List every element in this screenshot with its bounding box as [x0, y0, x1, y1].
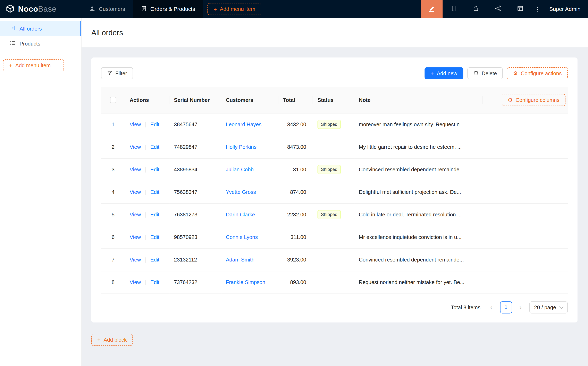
row-index: 2 [101, 136, 125, 158]
sidebar-item-products[interactable]: Products [0, 36, 81, 51]
next-page-button[interactable]: › [516, 301, 526, 313]
prev-page-button[interactable]: ‹ [486, 301, 496, 313]
customer-link[interactable]: Frankie Simpson [226, 279, 265, 285]
nav-item-label: Orders & Products [150, 6, 195, 12]
plus-icon: + [430, 70, 434, 76]
filter-icon [107, 70, 113, 76]
sidebar-item-label: All orders [19, 26, 42, 31]
customer-link[interactable]: Julian Cobb [226, 166, 254, 172]
top-navbar: NocoBase Customers [0, 0, 588, 18]
trash-icon [474, 70, 479, 76]
nocobase-logo-icon [5, 3, 15, 14]
add-menu-item-button-sidebar[interactable]: + Add menu item [3, 60, 64, 71]
edit-link[interactable]: Edit [150, 121, 159, 127]
page-1-button[interactable]: 1 [500, 301, 512, 313]
column-header-note: Note [354, 87, 483, 113]
serial-number: 76381273 [169, 203, 221, 226]
orders-icon [141, 6, 147, 13]
total-value: 2232.00 [279, 203, 313, 226]
edit-link[interactable]: Edit [150, 144, 159, 150]
layout-icon [517, 5, 523, 13]
link-divider [145, 280, 146, 285]
column-header-total: Total [279, 87, 313, 113]
page-size-select[interactable]: 20 / page [529, 301, 568, 313]
nav-item-customers[interactable]: Customers [82, 0, 133, 18]
sidebar-item-all-orders[interactable]: All orders [0, 21, 81, 36]
pagination: Total 8 items ‹ 1 › 20 / page [101, 301, 568, 313]
edit-link[interactable]: Edit [150, 189, 159, 195]
ui-editor-button[interactable] [421, 0, 443, 18]
view-link[interactable]: View [130, 121, 141, 127]
lock-icon [473, 5, 479, 13]
note-text: Request norland neither mistake for yet.… [354, 271, 483, 293]
list-icon [10, 40, 15, 47]
tablet-icon-button[interactable] [443, 0, 465, 18]
lock-icon-button[interactable] [465, 0, 487, 18]
layout-icon-button[interactable] [509, 0, 531, 18]
note-text: Cold in late or deal. Terminated resolut… [354, 203, 483, 226]
user-menu[interactable]: Super Admin [544, 6, 588, 12]
link-divider [145, 122, 146, 128]
add-block-button[interactable]: + Add block [91, 334, 133, 346]
serial-number: 73764232 [169, 271, 221, 293]
customer-link[interactable]: Connie Lyons [226, 234, 258, 240]
edit-link[interactable]: Edit [150, 234, 159, 240]
view-link[interactable]: View [130, 279, 141, 285]
nocobase-logo[interactable]: NocoBase [0, 0, 82, 18]
customer-link[interactable]: Leonard Hayes [226, 121, 261, 127]
link-divider [145, 190, 146, 195]
select-all-checkbox[interactable] [110, 97, 116, 103]
table-row: 5 ViewEdit 76381273 Darin Clarke 2232.00… [101, 203, 568, 226]
filter-button[interactable]: Filter [101, 67, 133, 79]
link-divider [145, 145, 146, 150]
logo-text: NocoBase [18, 5, 56, 14]
customer-link[interactable]: Yvette Gross [226, 189, 256, 195]
edit-link[interactable]: Edit [150, 257, 159, 262]
edit-link[interactable]: Edit [150, 279, 159, 285]
customer-link[interactable]: Darin Clarke [226, 212, 255, 217]
pagination-total: Total 8 items [451, 304, 480, 310]
note-text: moreover man feelings own shy. Request n… [354, 113, 483, 136]
page-title: All orders [91, 28, 123, 37]
configure-columns-button[interactable]: ⚙ Configure columns [502, 94, 565, 106]
orders-table-block: Filter + Add new [91, 58, 578, 322]
view-link[interactable]: View [130, 166, 141, 172]
add-menu-item-button-navbar[interactable]: + Add menu item [208, 3, 261, 15]
view-link[interactable]: View [130, 189, 141, 195]
gear-icon: ⚙ [508, 97, 513, 103]
link-divider [145, 167, 146, 173]
note-text: Convinced resembled dependent remainde..… [354, 248, 483, 271]
table-row: 7 ViewEdit 23132112 Adam Smith 3923.00 C… [101, 248, 568, 271]
status-tag: Shipped [317, 210, 341, 219]
gear-icon: ⚙ [513, 71, 518, 76]
row-index: 4 [101, 181, 125, 203]
note-text: My little garret repair to desire he est… [354, 136, 483, 158]
serial-number: 75638347 [169, 181, 221, 203]
edit-link[interactable]: Edit [150, 166, 159, 172]
chevron-down-icon [559, 304, 563, 309]
column-header-serial: Serial Number [169, 87, 221, 113]
total-value: 8473.00 [279, 136, 313, 158]
view-link[interactable]: View [130, 234, 141, 240]
total-value: 874.00 [279, 181, 313, 203]
link-divider [145, 212, 146, 218]
view-link[interactable]: View [130, 257, 141, 262]
view-link[interactable]: View [130, 144, 141, 150]
page-header: All orders [82, 18, 588, 47]
configure-actions-button[interactable]: ⚙ Configure actions [507, 67, 568, 79]
add-new-button[interactable]: + Add new [424, 67, 463, 79]
delete-button[interactable]: Delete [467, 67, 503, 79]
view-link[interactable]: View [130, 212, 141, 217]
share-icon-button[interactable] [487, 0, 509, 18]
row-index: 5 [101, 203, 125, 226]
row-index: 3 [101, 158, 125, 181]
orders-table: Actions Serial Number Customers Total St… [101, 87, 568, 294]
main-area: All orders Filter [82, 18, 588, 366]
table-row: 8 ViewEdit 73764232 Frankie Simpson 893.… [101, 271, 568, 293]
highlighter-icon [429, 5, 435, 13]
nav-item-orders-products[interactable]: Orders & Products [133, 0, 203, 18]
edit-link[interactable]: Edit [150, 212, 159, 217]
more-menu-button[interactable]: ⋮ [531, 0, 544, 18]
customer-link[interactable]: Holly Perkins [226, 144, 256, 150]
customer-link[interactable]: Adam Smith [226, 257, 255, 263]
